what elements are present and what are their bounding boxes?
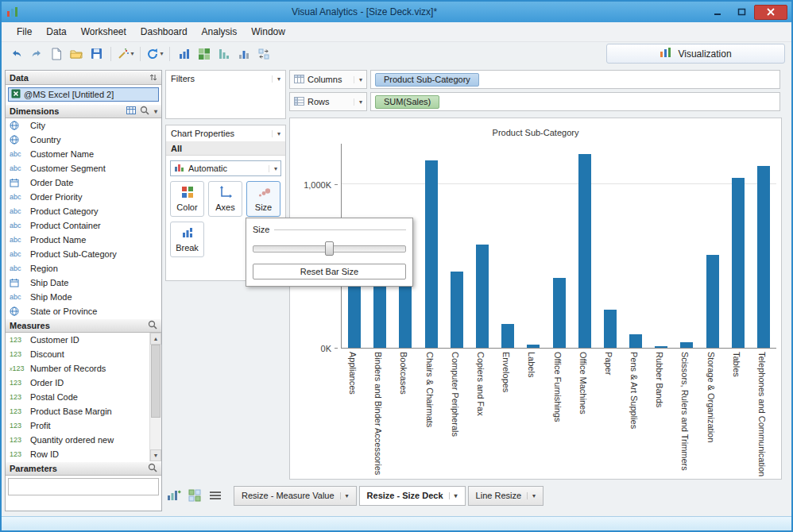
field-order-priority[interactable]: abcOrder Priority bbox=[6, 190, 161, 204]
field-row-id[interactable]: 123Row ID bbox=[6, 447, 149, 461]
menu-analysis[interactable]: Analysis bbox=[195, 24, 245, 40]
field-ship-date[interactable]: Ship Date bbox=[6, 276, 161, 290]
format-wand-button[interactable]: ▾ bbox=[117, 45, 134, 63]
size-slider-thumb[interactable] bbox=[325, 241, 334, 256]
sorted-bars-icon[interactable] bbox=[215, 45, 233, 63]
color-button[interactable]: Color bbox=[170, 181, 204, 217]
x-axis-label: Chairs & Chairmats bbox=[425, 352, 435, 427]
data-connection-item[interactable]: @MS Excel [Untitled 2] bbox=[8, 87, 159, 102]
columns-dropdown[interactable]: Columns ▾ bbox=[289, 70, 367, 89]
size-slider[interactable] bbox=[253, 241, 406, 256]
bar-tables[interactable] bbox=[732, 178, 745, 348]
break-button[interactable]: Break bbox=[170, 222, 204, 257]
measures-scrollbar[interactable]: ▲ ▼ bbox=[149, 333, 161, 461]
bar-envelopes[interactable] bbox=[501, 324, 514, 348]
bar-paper[interactable] bbox=[604, 310, 617, 348]
bar-chart-icon[interactable] bbox=[176, 45, 193, 63]
field-customer-id[interactable]: 123Customer ID bbox=[6, 333, 149, 347]
redo-button[interactable] bbox=[28, 45, 45, 63]
columns-shelf[interactable]: Product Sub-Category bbox=[370, 70, 780, 89]
bar-rubber-bands[interactable] bbox=[655, 346, 667, 348]
sheet-tab-caret-icon[interactable]: ▾ bbox=[340, 492, 349, 499]
bar-pens-art-supplies[interactable] bbox=[629, 334, 642, 348]
swap-rows-columns-icon[interactable] bbox=[255, 45, 273, 63]
scrollbar-thumb[interactable] bbox=[151, 345, 161, 418]
field-customer-name[interactable]: abcCustomer Name bbox=[6, 147, 161, 161]
bar-office-machines[interactable] bbox=[578, 154, 591, 348]
bar-computer-peripherals[interactable] bbox=[451, 272, 463, 348]
menu-data[interactable]: Data bbox=[39, 24, 73, 40]
grid-chart-icon[interactable] bbox=[195, 45, 213, 63]
sort-connections-icon[interactable] bbox=[149, 73, 157, 83]
field-number-of-records[interactable]: x123Number of Records bbox=[6, 361, 149, 376]
refresh-button[interactable]: ▾ bbox=[146, 45, 164, 63]
menu-dashboard[interactable]: Dashboard bbox=[133, 24, 195, 40]
search-icon[interactable] bbox=[140, 106, 149, 117]
new-dashboard-icon[interactable] bbox=[186, 487, 203, 504]
menu-file[interactable]: File bbox=[10, 24, 39, 40]
new-workbook-icon[interactable] bbox=[48, 45, 65, 63]
scroll-up-button[interactable]: ▲ bbox=[150, 333, 161, 345]
bar-storage-organization[interactable] bbox=[706, 255, 719, 348]
pill-sum-sales-[interactable]: SUM(Sales) bbox=[375, 95, 439, 109]
toolbar-separator bbox=[110, 47, 111, 61]
wand-caret-icon: ▾ bbox=[130, 50, 133, 57]
close-button[interactable] bbox=[754, 5, 787, 20]
pill-product-sub-category[interactable]: Product Sub-Category bbox=[375, 73, 479, 87]
bar-telephones-and-communication[interactable] bbox=[757, 166, 770, 348]
field-region[interactable]: abcRegion bbox=[6, 261, 161, 276]
field-customer-segment[interactable]: abcCustomer Segment bbox=[6, 161, 161, 175]
view-data-icon[interactable] bbox=[126, 106, 136, 117]
bar-chairs-chairmats[interactable] bbox=[425, 160, 438, 348]
mark-type-dropdown[interactable]: Automatic ▾ bbox=[170, 160, 281, 176]
minimize-button[interactable] bbox=[706, 5, 729, 20]
sheet-tab-resize-measure-value[interactable]: Resize - Measure Value▾ bbox=[234, 486, 357, 506]
field-product-base-margin[interactable]: 123Product Base Margin bbox=[6, 404, 149, 418]
field-quantity-ordered-new[interactable]: 123Quantity ordered new bbox=[6, 433, 149, 447]
save-icon[interactable] bbox=[87, 45, 105, 63]
field-city[interactable]: City bbox=[6, 118, 161, 133]
field-ship-mode[interactable]: abcShip Mode bbox=[6, 290, 161, 304]
sheet-tab-caret-icon[interactable]: ▾ bbox=[449, 492, 458, 499]
undo-button[interactable] bbox=[8, 45, 25, 63]
calendar-icon bbox=[10, 278, 28, 287]
scroll-down-button[interactable]: ▼ bbox=[150, 449, 161, 461]
field-label: Number of Records bbox=[30, 364, 106, 373]
bar-copiers-and-fax[interactable] bbox=[476, 245, 489, 348]
search-icon[interactable] bbox=[148, 463, 157, 474]
field-order-id[interactable]: 123Order ID bbox=[6, 376, 149, 390]
rows-dropdown[interactable]: Rows ▾ bbox=[289, 92, 367, 111]
sheet-tab-resize-size-deck[interactable]: Resize - Size Deck▾ bbox=[359, 486, 466, 506]
field-country[interactable]: Country bbox=[6, 133, 161, 147]
sheet-tab-line-resize[interactable]: Line Resize▾ bbox=[468, 486, 544, 506]
sheet-tab-caret-icon[interactable]: ▾ bbox=[527, 492, 536, 499]
field-profit[interactable]: 123Profit bbox=[6, 418, 149, 433]
bar-office-furnishings[interactable] bbox=[553, 278, 566, 348]
bar-labels[interactable] bbox=[527, 345, 540, 348]
menu-worksheet[interactable]: Worksheet bbox=[74, 24, 133, 40]
bar-scissors-rulers-and-trimmers[interactable] bbox=[680, 342, 693, 348]
reset-bar-size-button[interactable]: Reset Bar Size bbox=[253, 264, 406, 279]
filters-caret-icon[interactable]: ▾ bbox=[272, 75, 280, 83]
field-product-category[interactable]: abcProduct Category bbox=[6, 204, 161, 218]
search-icon[interactable] bbox=[148, 320, 157, 331]
field-product-container[interactable]: abcProduct Container bbox=[6, 218, 161, 233]
visualization-button[interactable]: Visualization bbox=[606, 44, 785, 64]
rows-shelf[interactable]: SUM(Sales) bbox=[370, 92, 780, 111]
sheet-list-icon[interactable] bbox=[207, 487, 224, 504]
field-product-sub-category[interactable]: abcProduct Sub-Category bbox=[6, 247, 161, 261]
histogram-icon[interactable] bbox=[235, 45, 253, 63]
axes-button[interactable]: Axes bbox=[208, 181, 242, 217]
chart-properties-caret-icon[interactable]: ▾ bbox=[272, 130, 280, 137]
field-order-date[interactable]: Order Date bbox=[6, 175, 161, 190]
open-icon[interactable] bbox=[68, 45, 85, 63]
dimensions-menu-caret-icon[interactable]: ▾ bbox=[154, 108, 157, 115]
field-state-or-province[interactable]: State or Province bbox=[6, 304, 161, 318]
new-worksheet-icon[interactable] bbox=[165, 487, 183, 504]
field-product-name[interactable]: abcProduct Name bbox=[6, 233, 161, 247]
maximize-button[interactable] bbox=[730, 5, 752, 20]
field-postal-code[interactable]: 123Postal Code bbox=[6, 390, 149, 404]
field-discount[interactable]: 123Discount bbox=[6, 347, 149, 361]
menu-window[interactable]: Window bbox=[244, 24, 292, 40]
size-button[interactable]: Size bbox=[246, 181, 280, 217]
